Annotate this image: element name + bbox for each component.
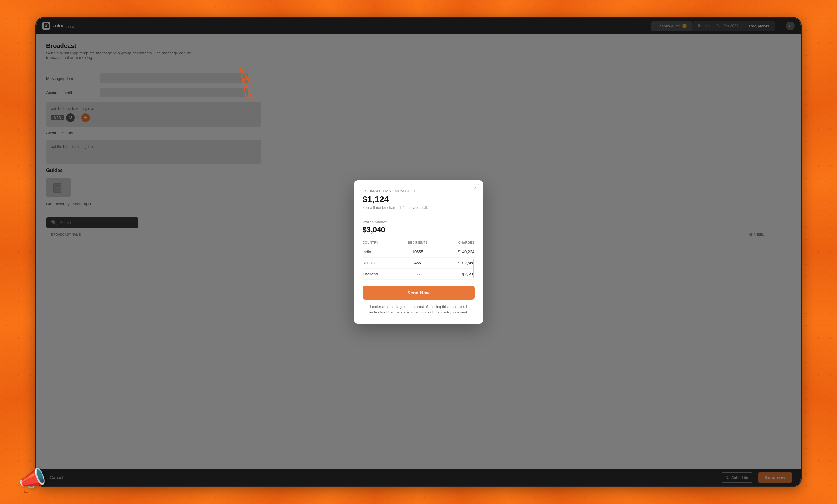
modal-wallet-amount: $3,040 bbox=[363, 226, 475, 234]
device-frame: zoko v3.9.8 Thanks a lot!! 😊 Broadcast_J… bbox=[35, 17, 802, 487]
recipients-cell: 455 bbox=[396, 257, 439, 268]
modal-disclaimer: I understand and agree to the cost of se… bbox=[363, 304, 475, 315]
modal-cost-note: You will not be charged if messages fail… bbox=[363, 206, 475, 210]
country-cell: Russia bbox=[363, 257, 397, 268]
charges-cell: $140,234 bbox=[439, 246, 474, 257]
modal-wallet-label: Wallet Balance bbox=[363, 220, 475, 224]
table-row: Russia 455 $102,668 bbox=[363, 257, 475, 268]
charges-cell: $2,658 bbox=[439, 268, 474, 279]
modal-table: COUNTRY RECIPIENTS CHARGES India 10655 $… bbox=[363, 239, 475, 280]
country-cell: Thailand bbox=[363, 268, 397, 279]
table-row: Thailand 55 $2,658 bbox=[363, 268, 475, 279]
col-recipients: RECIPIENTS bbox=[396, 239, 439, 246]
modal-divider-1 bbox=[363, 215, 475, 215]
modal-box: × Estimated Maximum Cost $1,124 You will… bbox=[354, 181, 483, 324]
recipients-cell: 10655 bbox=[396, 246, 439, 257]
app-container: zoko v3.9.8 Thanks a lot!! 😊 Broadcast_J… bbox=[36, 18, 801, 486]
modal-cost-amount: $1,124 bbox=[363, 194, 475, 204]
country-cell: India bbox=[363, 246, 397, 257]
col-country: COUNTRY bbox=[363, 239, 397, 246]
modal-wallet-section: Wallet Balance $3,040 bbox=[363, 220, 475, 234]
recipients-cell: 55 bbox=[396, 268, 439, 279]
megaphone-decoration: 📣 bbox=[18, 466, 46, 492]
modal-overlay: × Estimated Maximum Cost $1,124 You will… bbox=[36, 18, 801, 486]
col-charges: CHARGES bbox=[439, 239, 474, 246]
scroll-indicator bbox=[473, 259, 474, 278]
modal-cost-label: Estimated Maximum Cost bbox=[363, 189, 475, 193]
modal-close-button[interactable]: × bbox=[471, 184, 479, 191]
charges-cell: $102,668 bbox=[439, 257, 474, 268]
modal-table-container: COUNTRY RECIPIENTS CHARGES India 10655 $… bbox=[363, 239, 475, 280]
table-row: India 10655 $140,234 bbox=[363, 246, 475, 257]
modal-cost-section: Estimated Maximum Cost $1,124 You will n… bbox=[363, 189, 475, 210]
modal-send-now-button[interactable]: Send Now bbox=[363, 286, 475, 300]
